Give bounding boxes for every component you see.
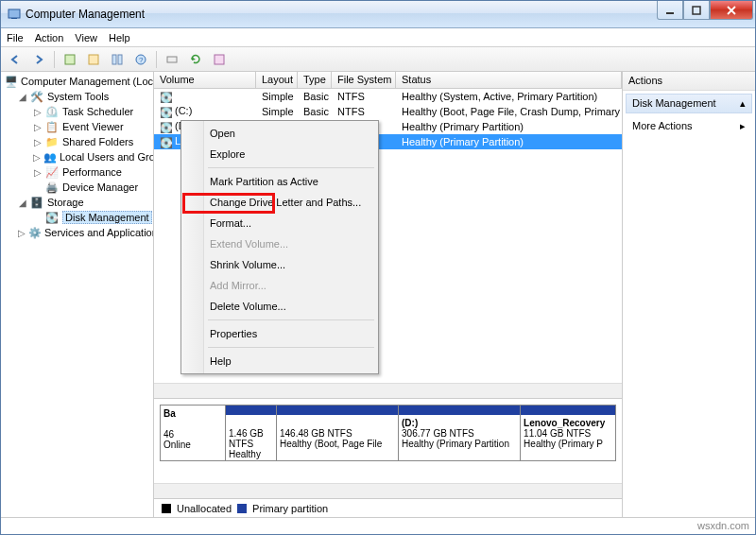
forward-button[interactable] [28,49,49,70]
svg-rect-1 [11,18,17,19]
ctx-extend: Extend Volume... [183,233,376,254]
partition[interactable]: 1.46 GB NTFSHealthy (Syst [225,405,277,461]
svg-rect-11 [215,55,224,64]
menu-view[interactable]: View [75,32,97,43]
svg-rect-5 [89,55,98,64]
back-button[interactable] [5,49,26,70]
actions-pane: Actions Disk Management▴ More Actions▸ [623,72,755,517]
ctx-delete[interactable]: Delete Volume... [183,296,376,317]
svg-rect-7 [118,55,122,64]
help-icon[interactable]: ? [130,49,151,70]
ctx-shrink[interactable]: Shrink Volume... [183,254,376,275]
refresh-icon[interactable] [185,49,206,70]
svg-rect-4 [65,55,75,64]
disk-scroll[interactable] [154,483,622,498]
actions-more[interactable]: More Actions▸ [623,116,755,135]
toolbar: ? [1,47,755,72]
computer-management-window: Computer Management File Action View Hel… [0,0,756,535]
title-bar[interactable]: Computer Management [1,1,755,28]
toolbar-icon[interactable] [60,49,80,70]
svg-rect-10 [167,57,177,62]
partition[interactable]: 146.48 GB NTFSHealthy (Boot, Page File [276,405,399,461]
context-menu: Open Explore Mark Partition as Active Ch… [180,120,379,374]
partition[interactable]: (D:)306.77 GB NTFSHealthy (Primary Parti… [398,405,521,461]
close-button[interactable] [710,1,753,20]
scheduler-icon: ⏲️ [44,104,60,119]
event-viewer-icon: 📋 [44,119,60,134]
ctx-explore[interactable]: Explore [183,144,376,164]
actions-title: Actions [623,72,755,91]
legend: Unallocated Primary partition [154,498,622,517]
disk-graphical-view[interactable]: Ba 46 Online 1.46 GB NTFSHealthy (Syst 1… [154,398,622,483]
svg-rect-2 [666,12,674,14]
ctx-change-letter[interactable]: Change Drive Letter and Paths... [183,192,376,213]
window-title: Computer Management [26,8,145,21]
performance-icon: 📈 [44,164,60,180]
volume-row[interactable]: 💽 SimpleBasicNTFSHealthy (System, Active… [154,89,622,104]
ctx-mark-active[interactable]: Mark Partition as Active [183,171,376,192]
toolbar-icon[interactable] [107,49,128,70]
users-icon: 👥 [43,149,57,164]
svg-rect-6 [112,55,116,64]
minimize-button[interactable] [657,1,683,20]
ctx-open[interactable]: Open [183,123,376,144]
tree-disk-management[interactable]: 💽Disk Management [1,210,153,225]
toolbar-icon[interactable] [83,49,104,70]
disk-icon: 💽 [44,210,60,225]
settings-icon[interactable] [209,49,230,70]
menu-bar: File Action View Help [1,28,755,47]
svg-rect-3 [693,7,700,14]
folder-icon: 📁 [44,134,60,149]
ctx-properties[interactable]: Properties [183,323,376,344]
menu-file[interactable]: File [7,32,24,43]
maximize-button[interactable] [683,1,710,20]
volume-list-header[interactable]: Volume Layout Type File System Status [154,72,622,89]
disk-header[interactable]: Ba 46 Online [160,405,226,461]
services-icon: ⚙️ [28,225,42,240]
computer-icon: 🖥️ [5,74,18,89]
ctx-format[interactable]: Format... [183,213,376,233]
ctx-help[interactable]: Help [183,351,376,371]
tools-icon: 🛠️ [29,89,44,104]
volume-scroll[interactable] [154,383,622,398]
watermark: wsxdn.com [697,517,749,534]
app-icon [7,7,22,22]
volume-row[interactable]: 💽(C:) SimpleBasicNTFSHealthy (Boot, Page… [154,104,622,119]
storage-icon: 🗄️ [29,195,44,210]
svg-rect-0 [9,9,20,18]
menu-action[interactable]: Action [35,32,64,43]
device-manager-icon: 🖨️ [44,180,60,195]
menu-help[interactable]: Help [109,32,130,43]
partition[interactable]: Lenovo_Recovery11.04 GB NTFSHealthy (Pri… [520,405,616,461]
svg-text:?: ? [139,56,144,64]
actions-category[interactable]: Disk Management▴ [626,94,752,113]
navigation-tree[interactable]: 🖥️Computer Management (Local ◢🛠️System T… [1,72,154,517]
toolbar-icon[interactable] [162,49,182,70]
ctx-add-mirror: Add Mirror... [183,275,376,296]
collapse-icon: ▴ [740,97,746,110]
